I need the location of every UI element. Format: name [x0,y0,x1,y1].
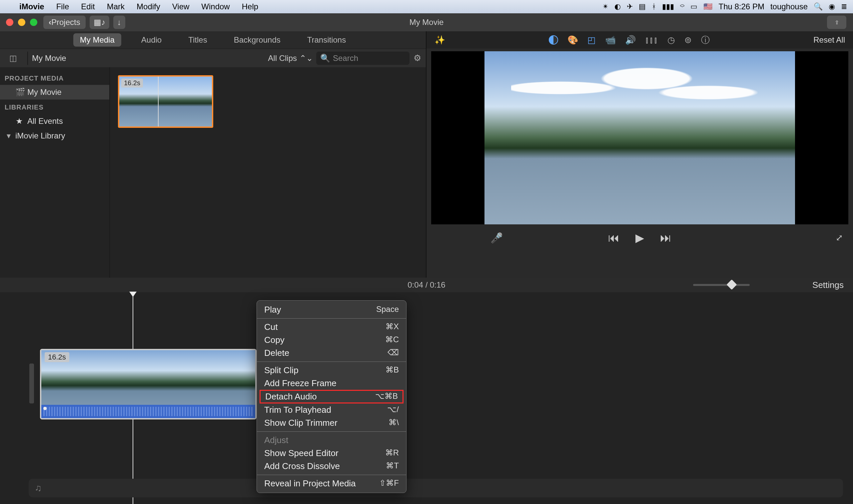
star-icon: ★ [15,116,23,126]
ctx-trim-to-playhead[interactable]: Trim To Playhead⌥/ [257,403,406,416]
sidebar-item-label: My Movie [27,88,62,97]
library-tabs: My Media Audio Titles Backgrounds Transi… [0,31,426,49]
spotlight-icon[interactable]: 🔍 [814,2,823,11]
macos-menubar: iMovie File Edit Mark Modify View Window… [0,0,853,13]
magic-wand-icon[interactable]: ✨ [435,35,445,45]
stabilize-icon[interactable]: 📹 [605,35,616,45]
filters-icon[interactable]: ⊚ [684,35,692,45]
viewer[interactable] [431,51,848,224]
menu-file[interactable]: File [50,2,75,11]
menu-window[interactable]: Window [195,2,236,11]
user-name[interactable]: toughouse [770,2,808,11]
menu-view[interactable]: View [166,2,196,11]
playback-controls: 🎤 ⏮ ▶ ⏭ ⤢ [426,224,853,251]
battery-icon[interactable]: ▮▮▮ [662,2,674,11]
window-close[interactable] [6,19,13,26]
timeline-settings[interactable]: Settings [812,280,844,290]
display-icon[interactable]: ▤ [639,2,646,11]
fullscreen-icon[interactable]: ⤢ [836,233,843,243]
ctx-detach-audio[interactable]: Detach Audio⌥⌘B [260,390,403,403]
adjust-toolbar: ✨ 🎨 ◰ 📹 🔊 ⫿⫿⫿ ◷ ⊚ ⓘ Reset All [426,31,853,49]
ctx-add-cross-dissolve[interactable]: Add Cross Dissolve⌘T [257,460,406,473]
play-button[interactable]: ▶ [636,231,644,244]
status-icon[interactable]: ◐ [614,2,621,11]
list-icon[interactable]: ≣ [841,2,847,11]
tab-my-media[interactable]: My Media [73,33,121,47]
back-to-projects-button[interactable]: Projects [43,16,86,29]
zoom-knob[interactable] [727,279,737,290]
ctx-delete[interactable]: Delete⌫ [257,346,406,360]
share-button[interactable]: ⇪ [827,16,846,29]
voiceover-icon[interactable]: 🎤 [490,232,503,244]
sidebar-item-imovie-library[interactable]: ▾ iMovie Library [0,128,109,143]
sidebar-header-libraries: LIBRARIES [0,100,109,114]
chevron-down-icon[interactable]: ▾ [7,131,11,141]
window-minimize[interactable] [18,19,25,26]
color-wheel-icon[interactable]: 🎨 [568,35,578,45]
ctx-split-clip[interactable]: Split Clip⌘B [257,364,406,377]
music-note-icon: ♫ [35,483,42,493]
clip-filter[interactable]: All Clips⌃⌄ [268,54,316,63]
ctx-show-clip-trimmer[interactable]: Show Clip Trimmer⌘\ [257,416,406,429]
clock[interactable]: Thu 8:26 PM [718,2,764,11]
timeline-handle[interactable] [29,363,34,403]
equalizer-icon[interactable]: ⫿⫿⫿ [645,35,658,45]
tab-transitions[interactable]: Transitions [300,33,352,47]
import-button[interactable]: ↓ [113,16,125,29]
clip-settings-gear[interactable]: ⚙ [414,53,421,63]
context-menu: PlaySpace Cut⌘X Copy⌘C Delete⌫ Split Cli… [257,300,406,493]
wifi-icon[interactable]: ⌔ [680,2,684,11]
flag-icon[interactable]: 🇺🇸 [703,2,712,11]
menu-mark[interactable]: Mark [101,2,130,11]
ctx-copy[interactable]: Copy⌘C [257,334,406,346]
sidebar-item-project[interactable]: 🎬 My Movie [0,85,109,100]
music-track[interactable]: ♫ [29,479,843,497]
battery-outline-icon[interactable]: ▭ [691,2,697,11]
zoom-slider[interactable] [693,284,750,286]
clips-area[interactable]: 16.2s [110,67,426,277]
timeline[interactable]: 16.2s ♫ [0,292,853,504]
sidebar-item-label: iMovie Library [15,131,65,141]
search-input[interactable]: 🔍 Search [316,52,410,65]
bluetooth-icon[interactable]: ᚼ [652,2,656,11]
reset-all-button[interactable]: Reset All [813,35,845,44]
ctx-reveal-in-project-media[interactable]: Reveal in Project Media⇧⌘F [257,477,406,490]
siri-icon[interactable]: ◉ [829,2,835,11]
chevron-down-icon: ⌃⌄ [299,54,313,63]
next-button[interactable]: ⏭ [660,231,672,244]
menu-help[interactable]: Help [236,2,264,11]
viewer-frame [485,51,795,224]
sidebar-toggle[interactable]: ◫ [5,54,21,63]
volume-icon[interactable]: 🔊 [625,35,636,45]
crop-icon[interactable]: ◰ [588,35,596,45]
app-name[interactable]: iMovie [13,2,50,11]
sidebar-header-project: PROJECT MEDIA [0,71,109,85]
time-row: 0:04 / 0:16 Settings [0,277,853,292]
info-icon[interactable]: ⓘ [701,34,710,46]
send-icon[interactable]: ✈︎ [627,2,633,11]
window-titlebar: Projects ▦♪ ↓ My Movie ⇪ [0,13,853,31]
tab-titles[interactable]: Titles [181,33,213,47]
color-balance-icon[interactable] [549,35,558,44]
window-zoom[interactable] [30,19,37,26]
timeline-clip-audio[interactable] [41,405,255,418]
ctx-play[interactable]: PlaySpace [257,303,406,316]
total-time: 0:16 [430,280,446,289]
timeline-clip[interactable]: 16.2s [40,349,257,419]
skimmer-line [158,76,159,126]
ctx-add-freeze-frame[interactable]: Add Freeze Frame [257,377,406,390]
wechat-icon[interactable]: ✴︎ [603,2,608,11]
sidebar-item-all-events[interactable]: ★ All Events [0,114,109,128]
tab-audio[interactable]: Audio [135,33,168,47]
speed-icon[interactable]: ◷ [667,35,675,45]
menu-edit[interactable]: Edit [75,2,101,11]
menu-modify[interactable]: Modify [130,2,166,11]
tab-backgrounds[interactable]: Backgrounds [227,33,287,47]
audio-keyframe[interactable] [43,407,47,410]
prev-button[interactable]: ⏮ [608,231,620,244]
breadcrumb[interactable]: My Movie [32,54,66,63]
ctx-show-speed-editor[interactable]: Show Speed Editor⌘R [257,447,406,460]
ctx-cut[interactable]: Cut⌘X [257,321,406,334]
library-list-button[interactable]: ▦♪ [90,16,109,29]
clip-thumbnail[interactable]: 16.2s [118,75,213,128]
